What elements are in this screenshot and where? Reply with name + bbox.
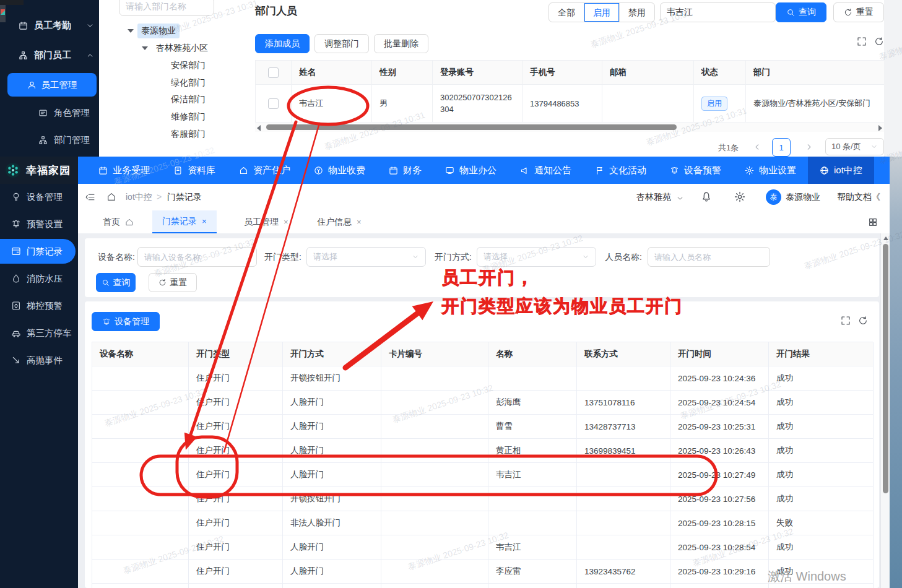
add-member-button[interactable]: 添加成员 xyxy=(255,34,310,53)
nav-item-business-acceptance[interactable]: 业务受理 xyxy=(87,157,162,184)
gear-icon[interactable] xyxy=(734,191,745,202)
table-row[interactable]: 住户开门 非法人脸开门 2025-09-23 10:28:15 失败 xyxy=(92,511,873,535)
table-row[interactable]: 住户开门 人脸开门 黄正相 13699839451 2025-09-23 10:… xyxy=(92,439,873,463)
device-mgmt-button[interactable]: 设备管理 xyxy=(92,312,160,331)
nav-item-property-office[interactable]: 物业办公 xyxy=(433,157,508,184)
sidebar-item-third-party-parking[interactable]: 第三方停车 xyxy=(0,321,76,345)
row-checkbox[interactable] xyxy=(268,98,279,109)
close-icon[interactable]: × xyxy=(284,217,288,227)
tree-caret-community[interactable] xyxy=(142,46,148,50)
help-docs-link[interactable]: 帮助文档《 xyxy=(837,192,880,203)
tree-node-dept-cleaning[interactable]: 保洁部门 xyxy=(167,92,209,107)
tree-node-dept-maintenance[interactable]: 维修部门 xyxy=(167,110,209,124)
tab-resident-info[interactable]: 住户信息× xyxy=(307,210,371,233)
tab-access-records[interactable]: 门禁记录× xyxy=(152,210,217,233)
bell-icon[interactable] xyxy=(701,191,712,202)
sidebar-item-role-mgmt[interactable]: 角色管理 xyxy=(38,103,90,122)
sidebar-item-dept-mgmt[interactable]: 部门管理 xyxy=(38,131,90,149)
close-icon[interactable]: × xyxy=(202,217,207,226)
fullscreen-icon[interactable] xyxy=(857,37,867,46)
tab-staff-mgmt[interactable]: 员工管理× xyxy=(234,210,298,233)
device-name-input[interactable] xyxy=(137,247,257,267)
tree-node-dept-greening[interactable]: 绿化部门 xyxy=(167,76,209,90)
query-button[interactable]: 查询 xyxy=(776,2,826,22)
table-row[interactable]: 住户开门 人脸开门 彭海鹰 13751078116 2025-09-23 10:… xyxy=(92,391,873,415)
sidebar-item-device-mgmt[interactable]: 设备管理 xyxy=(0,184,76,209)
nav-item-notices[interactable]: 通知公告 xyxy=(508,157,583,184)
company-name[interactable]: 泰源物业 xyxy=(786,192,820,203)
table-row[interactable]: 住户开门 开锁按钮开门 2025-09-23 10:24:36 成功 xyxy=(92,366,873,391)
nav-item-property-settings[interactable]: 物业设置 xyxy=(733,157,808,184)
tree-node-dept-customer-service[interactable]: 客服部门 xyxy=(167,127,209,142)
nav-item-iot-hub[interactable]: iot中控 xyxy=(808,157,874,184)
segment-enabled[interactable]: 启用 xyxy=(584,3,620,22)
tree-node-company[interactable]: 泰源物业 xyxy=(137,24,180,38)
collapse-menu-icon[interactable] xyxy=(85,192,95,202)
avatar[interactable]: 泰 xyxy=(766,189,781,205)
tab-list-grid-icon[interactable] xyxy=(868,217,878,227)
fullscreen-icon[interactable] xyxy=(841,316,851,326)
v-scrollbar-thumb[interactable] xyxy=(883,244,888,493)
table-row[interactable]: 住户开门 人脸开门 韦吉江 2025-09-23 10:28:54 成功 xyxy=(92,535,873,560)
tree-caret-company[interactable] xyxy=(128,29,134,33)
sidebar-item-staff-mgmt[interactable]: 员工管理 xyxy=(7,73,97,97)
select-all-checkbox[interactable] xyxy=(268,67,279,78)
employee-search-input[interactable] xyxy=(660,2,776,22)
sidebar-item-dept-staff[interactable]: 部门员工 xyxy=(0,45,99,66)
filter-card: 设备名称: 开门类型: 请选择 开门方式: 请选择 人员名称: 查询 重置 xyxy=(85,238,879,297)
open-type-select[interactable]: 请选择 xyxy=(306,247,426,267)
nav-item-device-alerts[interactable]: 设备预警 xyxy=(658,157,733,184)
sidebar-item-access-records[interactable]: 门禁记录 xyxy=(0,239,76,264)
nav-item-finance[interactable]: 财务 xyxy=(377,157,433,184)
sidebar-item-high-throw-events[interactable]: 高抛事件 xyxy=(0,348,76,373)
globe-icon xyxy=(820,166,829,175)
cell-department: 泰源物业/杏林雅苑小区/安保部门 xyxy=(746,85,885,123)
segment-all[interactable]: 全部 xyxy=(549,3,584,22)
background-window-icon xyxy=(1,9,5,15)
query-button[interactable]: 查询 xyxy=(96,273,136,292)
prev-page-icon[interactable] xyxy=(753,142,762,152)
reset-button[interactable]: 重置 xyxy=(833,2,884,22)
nav-item-property-fees[interactable]: 物业收费 xyxy=(302,157,377,184)
nav-item-assets-residents[interactable]: 资产住户 xyxy=(227,157,302,184)
records-card: 设备管理 设备名称 开门类型 开门方式 卡片编号 名称 联系方式 开门时间 开门… xyxy=(85,301,879,588)
table-row[interactable]: 住户开门 人脸开门 韦吉江 2025-09-23 10:27:49 成功 xyxy=(92,463,873,487)
segment-disabled[interactable]: 禁用 xyxy=(620,3,654,22)
page-number[interactable]: 1 xyxy=(772,138,791,157)
dept-search-input[interactable] xyxy=(119,0,214,16)
status-badge: 启用 xyxy=(701,97,727,111)
reset-button[interactable]: 重置 xyxy=(149,273,197,292)
calendar-icon xyxy=(19,21,28,30)
refresh-table-icon[interactable] xyxy=(874,37,884,46)
breadcrumb-parent[interactable]: iot中控 xyxy=(126,192,152,203)
employee-row[interactable]: 韦吉江 男 3020250707302126304 13794486853 启用… xyxy=(256,85,884,123)
person-name-input[interactable] xyxy=(648,247,770,267)
scroll-left-arrow[interactable] xyxy=(257,125,261,131)
tree-node-community[interactable]: 杏林雅苑小区 xyxy=(152,41,212,56)
sidebar-item-alert-settings[interactable]: 预警设置 xyxy=(0,212,76,236)
h-scrollbar-thumb[interactable] xyxy=(266,124,677,130)
home-icon[interactable] xyxy=(106,192,116,202)
table-row[interactable]: 住户开门 人脸开门 曹雪 13428737713 2025-09-23 10:2… xyxy=(92,415,873,439)
sidebar-item-fire-pressure[interactable]: 消防水压 xyxy=(0,266,76,291)
sidebar-item-attendance[interactable]: 员工考勤 xyxy=(0,15,99,36)
batch-delete-button[interactable]: 批量删除 xyxy=(374,34,428,53)
iot-navbar: 业务受理 资料库 资产住户 物业收费 财务 物业办公 通知公告 文化活动 设备预… xyxy=(0,157,890,184)
sidebar-item-elevator-alerts[interactable]: 梯控预警 xyxy=(0,293,76,318)
table-row[interactable]: 住户开门 人脸开门 李应雷 13923435762 2025-09-23 10:… xyxy=(92,560,873,584)
open-method-select[interactable]: 请选择 xyxy=(477,247,596,267)
adjust-dept-button[interactable]: 调整部门 xyxy=(314,34,369,53)
scroll-up-arrow[interactable] xyxy=(883,236,888,240)
next-page-icon[interactable] xyxy=(804,142,813,152)
table-row[interactable]: 住户开门 开锁按钮开门 2025-09-23 10:27:56 成功 xyxy=(92,487,873,511)
nav-item-culture[interactable]: 文化活动 xyxy=(583,157,658,184)
page-size-select[interactable]: 10 条/页 xyxy=(825,138,884,155)
chevron-down-icon xyxy=(676,194,684,202)
refresh-table-icon[interactable] xyxy=(858,316,868,326)
tab-home[interactable]: 首页 xyxy=(93,210,144,233)
community-select[interactable]: 杏林雅苑 xyxy=(636,192,671,203)
nav-item-library[interactable]: 资料库 xyxy=(162,157,227,184)
close-icon[interactable]: × xyxy=(357,217,362,227)
tree-node-dept-security[interactable]: 安保部门 xyxy=(167,58,209,73)
scroll-right-arrow[interactable] xyxy=(878,125,882,131)
